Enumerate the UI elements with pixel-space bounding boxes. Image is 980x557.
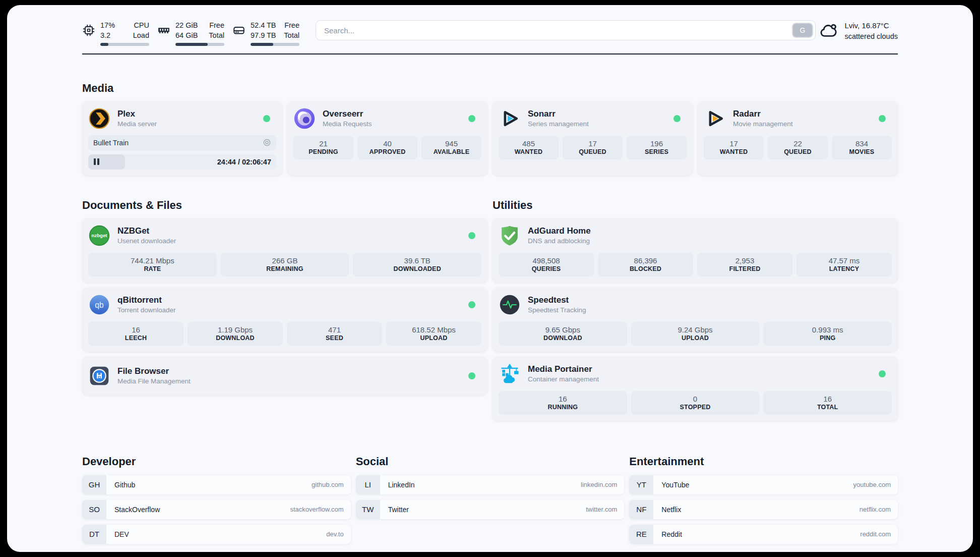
status-dot [468, 301, 475, 308]
disk-widget: 52.4 TB 97.9 TB Free Total [232, 20, 299, 46]
cpu-label: CPU [133, 20, 149, 30]
service-subtitle: Usenet downloader [117, 237, 176, 245]
stat-leech: 16 LEECH [88, 322, 183, 346]
service-title: NZBGet [117, 226, 176, 236]
service-card-nzbget[interactable]: nzbget NZBGet Usenet downloader 744.21 M… [82, 218, 487, 283]
bookmark-reddit[interactable]: RE Reddit reddit.com [629, 525, 898, 544]
service-title: AdGuard Home [528, 226, 591, 236]
sonarr-icon [499, 107, 521, 130]
bookmark-dev[interactable]: DT DEV dev.to [82, 525, 351, 544]
service-subtitle: Media File Management [117, 377, 191, 385]
stat-filtered: 2,953 FILTERED [697, 253, 792, 276]
stat-queued: 22 QUEUED [768, 136, 828, 159]
service-title: File Browser [117, 366, 191, 376]
stat-seed: 471 SEED [287, 322, 382, 346]
disk-free-value: 52.4 TB [251, 20, 276, 30]
adguard-icon [499, 225, 521, 247]
header-divider [82, 53, 898, 54]
now-playing-progress: 24:44 / 02:06:47 [88, 154, 276, 170]
bookmark-group-developer: Developer GH Github github.com SO StackO… [82, 455, 351, 549]
service-subtitle: Media server [117, 120, 157, 128]
now-playing-open-icon[interactable] [263, 138, 271, 147]
pause-icon[interactable] [94, 158, 99, 165]
nzbget-icon: nzbget [88, 225, 110, 247]
service-card-plex[interactable]: Plex Media server Bullet Train 24:44 [82, 101, 282, 176]
bookmark-url: reddit.com [860, 530, 891, 538]
now-playing-title: Bullet Train [93, 139, 129, 147]
svg-text:qb: qb [95, 301, 104, 309]
service-card-radarr[interactable]: Radarr Movie management 17 WANTED 22 QUE… [698, 101, 898, 176]
bookmark-url: stackoverflow.com [290, 506, 343, 513]
stat-queries: 498,508 QUERIES [499, 253, 594, 276]
service-card-overseerr[interactable]: Overseerr Media Requests 21 PENDING 40 A… [287, 101, 487, 176]
bookmark-twitter[interactable]: TW Twitter twitter.com [356, 500, 625, 519]
search-input[interactable] [316, 20, 816, 40]
bookmark-github[interactable]: GH Github github.com [82, 475, 351, 494]
service-card-portainer[interactable]: Media Portainer Container management 16 … [493, 357, 898, 421]
svg-text:nzbget: nzbget [92, 233, 108, 238]
service-card-adguard[interactable]: AdGuard Home DNS and adblocking 498,508 … [493, 218, 898, 283]
disk-progress-fill [251, 43, 273, 46]
cpu-usage-value: 17% [100, 20, 115, 30]
bookmark-url: dev.to [326, 530, 343, 538]
cpu-progress-fill [100, 43, 108, 46]
cpu-progress-bar [100, 43, 149, 46]
bookmark-group-social: Social LI LinkedIn linkedin.com TW Twitt… [356, 455, 625, 549]
bookmark-url: youtube.com [853, 481, 891, 488]
overseerr-icon [293, 107, 316, 130]
service-card-qbittorrent[interactable]: qb qBittorrent Torrent downloader 16 LEE… [82, 288, 487, 352]
status-dot [468, 232, 475, 239]
search-bar: G [316, 20, 816, 40]
service-subtitle: Torrent downloader [117, 306, 176, 314]
bookmark-group-entertainment: Entertainment YT YouTube youtube.com NF … [629, 455, 898, 549]
now-playing-bar: Bullet Train [88, 135, 276, 150]
filebrowser-icon [88, 365, 110, 387]
service-card-filebrowser[interactable]: File Browser Media File Management [82, 357, 487, 395]
weather-location-temp: Lviv, 16.87°C [844, 20, 898, 31]
service-subtitle: Movie management [733, 120, 793, 128]
documents-column: Documents & Files nzbget NZBGet Usenet d… [82, 199, 487, 426]
disk-free-label: Free [284, 20, 299, 30]
stat-blocked: 86,396 BLOCKED [598, 253, 693, 276]
cpu-widget: 17% 3.2 CPU Load [82, 20, 149, 46]
bookmark-abbr: GH [82, 475, 106, 494]
portainer-icon [499, 363, 521, 385]
stat-downloaded: 39.6 TB DOWNLOADED [353, 253, 481, 276]
service-card-sonarr[interactable]: Sonarr Series management 485 WANTED 17 Q… [493, 101, 693, 176]
stat-download: 9.65 Gbps DOWNLOAD [499, 322, 627, 346]
ram-free-value: 22 GiB [175, 20, 198, 30]
stat-ping: 0.993 ms PING [763, 322, 892, 346]
bookmark-name: Netflix [661, 506, 681, 514]
qbittorrent-icon: qb [88, 294, 110, 316]
stat-available: 945 AVAILABLE [421, 136, 481, 159]
weather-condition: scattered clouds [844, 31, 898, 42]
status-dot [468, 115, 475, 122]
ram-progress-bar [175, 43, 224, 46]
utilities-column: Utilities AdGuard Home [493, 199, 898, 426]
service-subtitle: Media Requests [323, 120, 372, 128]
bookmark-name: Github [114, 481, 135, 489]
bookmark-name: StackOverflow [114, 506, 160, 514]
bookmark-linkedin[interactable]: LI LinkedIn linkedin.com [356, 475, 625, 494]
bookmark-abbr: DT [82, 525, 106, 544]
stat-running: 16 RUNNING [499, 391, 627, 415]
memory-widget: 22 GiB 64 GiB Free Total [157, 20, 224, 46]
service-title: Sonarr [528, 109, 589, 119]
service-title: Overseerr [323, 109, 372, 119]
bookmark-youtube[interactable]: YT YouTube youtube.com [629, 475, 898, 494]
disk-progress-bar [251, 43, 299, 46]
bookmark-netflix[interactable]: NF Netflix netflix.com [629, 500, 898, 519]
weather-widget[interactable]: Lviv, 16.87°C scattered clouds [819, 20, 898, 42]
service-subtitle: Series management [528, 120, 589, 128]
bookmark-name: Reddit [661, 530, 682, 538]
bookmark-name: LinkedIn [388, 481, 415, 489]
search-provider-button[interactable]: G [792, 23, 813, 38]
stat-wanted: 485 WANTED [499, 136, 559, 159]
service-subtitle: Container management [528, 375, 599, 383]
service-title: Media Portainer [528, 364, 599, 374]
search-provider-label: G [800, 26, 806, 34]
bookmark-stackoverflow[interactable]: SO StackOverflow stackoverflow.com [82, 500, 351, 519]
bookmark-abbr: RE [629, 525, 653, 544]
service-card-speedtest[interactable]: Speedtest Speedtest Tracking 9.65 Gbps D… [493, 288, 898, 352]
radarr-icon [704, 107, 726, 130]
